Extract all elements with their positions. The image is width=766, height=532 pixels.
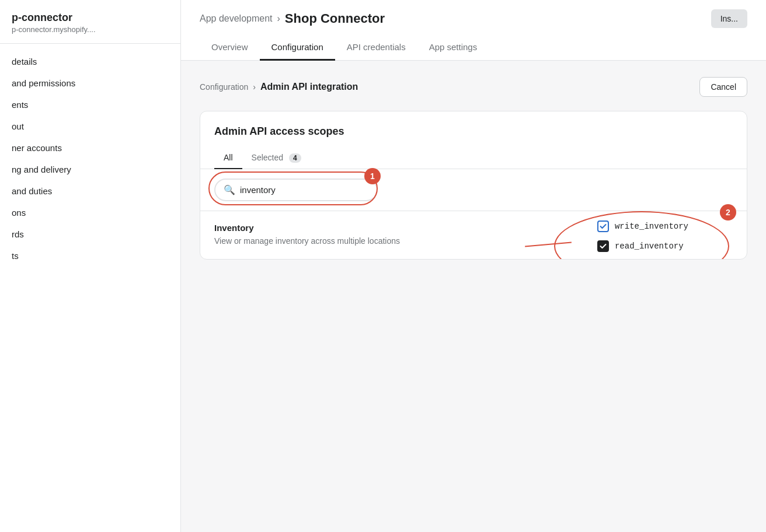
sidebar-item-details[interactable]: details — [0, 51, 180, 72]
breadcrumb-chevron-icon: › — [277, 13, 280, 24]
scope-options: write_inventory read_inventory — [597, 220, 688, 252]
sidebar-nav: details and permissions ents out ner acc… — [0, 44, 180, 532]
sidebar-item-out[interactable]: out — [0, 116, 180, 137]
card-tabs: All Selected 4 — [200, 147, 747, 169]
sidebar-item-shipping[interactable]: ng and delivery — [0, 159, 180, 180]
sidebar-app-name: p-connector — [12, 12, 169, 24]
scope-search-input[interactable] — [240, 185, 368, 195]
deco-line — [525, 242, 572, 247]
sidebar-app-url: p-connector.myshopify.... — [12, 25, 169, 34]
sidebar-item-options[interactable]: ons — [0, 202, 180, 223]
write-inventory-label: write_inventory — [615, 222, 688, 231]
breadcrumb-current: Shop Connector — [285, 11, 385, 26]
tab-overview[interactable]: Overview — [200, 35, 260, 61]
header-tabs: Overview Configuration API credentials A… — [200, 35, 747, 60]
card-tab-selected[interactable]: Selected 4 — [242, 147, 311, 169]
api-access-scopes-card: Admin API access scopes All Selected 4 🔍… — [200, 111, 747, 260]
cancel-button[interactable]: Cancel — [699, 77, 747, 97]
read-inventory-label: read_inventory — [615, 242, 684, 251]
sidebar-app-header: p-connector p-connector.myshopify.... — [0, 0, 180, 44]
card-tab-selected-label: Selected — [252, 153, 283, 162]
selected-badge: 4 — [289, 153, 301, 163]
search-wrapper: 🔍 — [214, 178, 378, 201]
sidebar-item-permissions[interactable]: and permissions — [0, 72, 180, 94]
sidebar-item-ts[interactable]: ts — [0, 245, 180, 267]
tab-api-credentials[interactable]: API credentials — [335, 35, 417, 61]
tab-app-settings[interactable]: App settings — [417, 35, 489, 61]
content-area: Configuration › Admin API integration Ca… — [181, 61, 766, 532]
sidebar-item-duties[interactable]: and duties — [0, 180, 180, 202]
sidebar-item-partner-accounts[interactable]: ner accounts — [0, 137, 180, 159]
sidebar-item-ents[interactable]: ents — [0, 94, 180, 116]
card-tab-all[interactable]: All — [214, 147, 242, 169]
sub-breadcrumb: Configuration › Admin API integration Ca… — [200, 77, 747, 97]
scope-option-write-inventory: write_inventory — [597, 220, 688, 232]
card-title: Admin API access scopes — [200, 111, 747, 147]
read-inventory-checkbox[interactable] — [597, 240, 609, 252]
sidebar-item-records[interactable]: rds — [0, 223, 180, 245]
sidebar: p-connector p-connector.myshopify.... de… — [0, 0, 181, 532]
sub-breadcrumb-sep-icon: › — [253, 82, 256, 92]
tab-configuration[interactable]: Configuration — [260, 35, 335, 61]
search-icon: 🔍 — [224, 184, 235, 195]
search-area: 🔍 1 — [200, 169, 747, 211]
breadcrumb-row: App development › Shop Connector Ins... — [200, 0, 747, 28]
scope-option-read-inventory: read_inventory — [597, 240, 688, 252]
scope-description: View or manage inventory across multiple… — [214, 235, 448, 247]
install-button[interactable]: Ins... — [711, 9, 747, 28]
sub-breadcrumb-link[interactable]: Configuration — [200, 82, 248, 92]
breadcrumb-parent: App development — [200, 13, 273, 24]
main-content: App development › Shop Connector Ins... … — [181, 0, 766, 532]
top-header: App development › Shop Connector Ins... … — [181, 0, 766, 61]
sub-breadcrumb-current: Admin API integration — [260, 82, 358, 92]
scope-section-inventory: Inventory View or manage inventory acros… — [200, 211, 747, 259]
write-inventory-checkbox[interactable] — [597, 220, 609, 232]
